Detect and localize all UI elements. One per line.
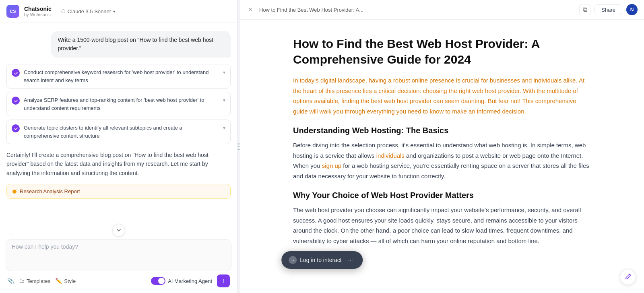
style-button[interactable]: ✏️ Style	[55, 278, 76, 284]
task-text-2: Analyze SERP features and top-ranking co…	[24, 96, 219, 112]
chat-area: Write a 1500-word blog post on "How to f…	[0, 23, 237, 235]
article-h2-2: Why Your Choice of Web Host Provider Mat…	[293, 191, 591, 200]
toggle-switch[interactable]	[151, 277, 165, 285]
link-signup[interactable]: sign up	[322, 162, 341, 169]
research-card[interactable]: Research Analysis Report	[6, 184, 231, 199]
close-button[interactable]: ×	[246, 6, 254, 14]
style-label: Style	[64, 278, 76, 284]
attach-button[interactable]: 📎	[7, 278, 14, 284]
task-check-1	[12, 69, 20, 77]
model-icon: ⬡	[61, 8, 65, 14]
close-icon: ×	[248, 6, 252, 13]
task-item-3[interactable]: Generate topic clusters to identify all …	[6, 120, 231, 144]
model-name: Claude 3.5 Sonnet	[68, 8, 111, 14]
task-item-2[interactable]: Analyze SERP features and top-ranking co…	[6, 92, 231, 116]
article-p-2: The web host provider you choose can sig…	[293, 205, 591, 246]
brand-name: Chatsonic	[24, 6, 52, 12]
link-individuals[interactable]: individuals	[376, 152, 405, 159]
user-message: Write a 1500-word blog post on "How to f…	[51, 31, 231, 58]
divider-dots	[238, 143, 239, 150]
divider-dot	[238, 149, 239, 150]
share-button[interactable]: Share	[594, 4, 622, 15]
pen-fab-button[interactable]	[620, 269, 636, 285]
login-text: Log in to interact	[300, 257, 342, 263]
divider-dot	[238, 143, 239, 144]
chevron-icon-3: ▾	[223, 125, 225, 131]
brand-info: Chatsonic by Writesonic	[24, 6, 52, 17]
input-area: How can I help you today? 📎 🗂 Templates …	[0, 235, 237, 293]
input-toolbar: 📎 🗂 Templates ✏️ Style AI Marketing Agen…	[6, 274, 231, 287]
research-dot	[12, 190, 17, 194]
folder-icon: 🗂	[19, 278, 25, 284]
article-title: How to Find the Best Web Host Provider: …	[293, 36, 591, 67]
task-check-3	[12, 124, 20, 132]
login-overlay: → Log in to interact ···	[281, 251, 363, 269]
attach-icon: 📎	[7, 278, 14, 284]
copy-icon: ⧉	[583, 6, 587, 13]
ai-agent-label: AI Marketing Agent	[168, 278, 212, 284]
login-button[interactable]: → Log in to interact	[289, 256, 342, 264]
templates-label: Templates	[27, 278, 50, 284]
right-actions: ⧉ Share N	[579, 4, 638, 15]
copy-button[interactable]: ⧉	[579, 4, 590, 15]
task-check-2	[12, 97, 20, 105]
input-placeholder: How can I help you today?	[12, 243, 78, 250]
app-header: CS Chatsonic by Writesonic ⬡ Claude 3.5 …	[0, 0, 237, 23]
login-more-button[interactable]: ···	[346, 255, 355, 265]
send-icon: ↑	[222, 277, 225, 285]
research-card-label: Research Analysis Report	[20, 188, 80, 194]
left-panel: CS Chatsonic by Writesonic ⬡ Claude 3.5 …	[0, 0, 237, 293]
divider-dot	[238, 146, 239, 147]
task-text-3: Generate topic clusters to identify all …	[24, 124, 219, 140]
ai-agent-toggle[interactable]: AI Marketing Agent	[151, 277, 212, 285]
task-item[interactable]: Conduct comprehensive keyword research f…	[6, 64, 231, 89]
article-h2-1: Understanding Web Hosting: The Basics	[293, 126, 591, 135]
right-panel: × How to Find the Best Web Host Provider…	[240, 0, 644, 293]
task-list: Conduct comprehensive keyword research f…	[6, 64, 231, 144]
article-intro: In today's digital landscape, having a r…	[293, 75, 591, 116]
chevron-down-icon: ▾	[113, 9, 115, 14]
input-box[interactable]: How can I help you today?	[6, 239, 231, 271]
more-icon: ···	[348, 257, 353, 263]
brand-sub: by Writesonic	[24, 12, 52, 17]
login-arrow-icon: →	[289, 256, 297, 264]
ai-response: Certainly! I'll create a comprehensive b…	[6, 151, 231, 177]
pen-icon: ✏️	[55, 278, 62, 284]
user-avatar: N	[626, 4, 638, 15]
share-label: Share	[601, 7, 615, 13]
scroll-down-button[interactable]	[112, 224, 125, 237]
intro-text: In today's digital landscape, having a r…	[293, 77, 584, 115]
task-text-1: Conduct comprehensive keyword research f…	[24, 68, 219, 84]
chevron-icon-1: ▾	[223, 70, 225, 75]
doc-title: How to Find the Best Web Host Provider: …	[259, 7, 574, 13]
toggle-knob	[158, 278, 165, 284]
send-button[interactable]: ↑	[217, 274, 230, 287]
templates-button[interactable]: 🗂 Templates	[19, 278, 50, 284]
article-p-1: Before diving into the selection process…	[293, 140, 591, 181]
right-header: × How to Find the Best Web Host Provider…	[240, 0, 644, 20]
chevron-icon-2: ▾	[223, 97, 225, 103]
model-selector[interactable]: ⬡ Claude 3.5 Sonnet ▾	[61, 8, 116, 14]
brand-logo: CS	[6, 5, 19, 18]
